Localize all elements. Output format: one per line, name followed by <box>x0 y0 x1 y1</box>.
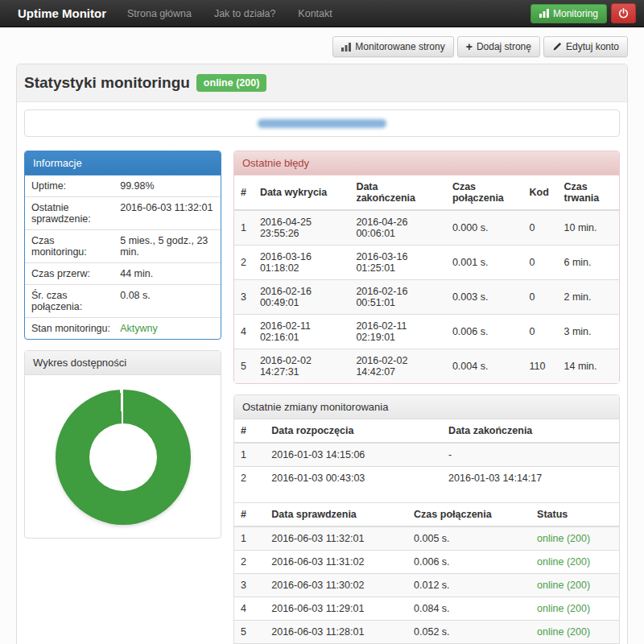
table-cell: 2016-02-02 14:42:07 <box>349 349 446 384</box>
monitored-url-box <box>24 109 620 137</box>
nav-item-how-it-works[interactable]: Jak to działa? <box>203 8 287 19</box>
table-cell: 3 <box>234 574 265 597</box>
table-cell: 2016-06-03 11:29:01 <box>265 597 407 621</box>
power-icon <box>618 8 629 19</box>
pencil-icon <box>552 42 562 52</box>
table-cell: 1 <box>234 443 265 467</box>
col-header: Czas połączenia <box>446 175 523 210</box>
table-cell: 2016-04-25 23:55:26 <box>254 210 350 246</box>
table-cell: 2016-01-03 14:14:17 <box>442 467 619 490</box>
checks-table-header: # Data sprawdzenia Czas połączenia Statu… <box>234 503 619 527</box>
table-cell: 0.006 s. <box>446 315 523 349</box>
table-cell: online (200) <box>530 574 619 597</box>
availability-chart-body <box>25 375 221 538</box>
changes-table-header: # Data rozpoczęcia Data zakończenia <box>234 419 619 443</box>
table-cell: 0.005 s. <box>407 526 530 551</box>
table-cell: 2016-06-03 11:32:01 <box>265 526 407 551</box>
table-cell: 0 <box>522 315 557 349</box>
table-cell: 6 min. <box>558 246 620 280</box>
col-header: Czas trwania <box>558 175 620 210</box>
col-header: Data zakończenia <box>442 419 619 443</box>
table-cell: 0.006 s. <box>407 551 530 574</box>
info-panel: Informacje Uptime: 99.98% Ostatnie spraw… <box>24 151 221 340</box>
table-cell: 1 <box>234 210 254 246</box>
table-row: 42016-02-11 02:16:012016-02-11 02:19:010… <box>234 315 619 349</box>
info-row-uptime: Uptime: 99.98% <box>25 175 221 196</box>
monitoring-button[interactable]: Monitoring <box>530 4 607 23</box>
logout-button[interactable] <box>611 3 636 23</box>
table-cell: 2016-02-11 02:19:01 <box>349 315 446 349</box>
left-column: Informacje Uptime: 99.98% Ostatnie spraw… <box>24 151 221 549</box>
info-label: Stan monitoringu: <box>25 318 117 339</box>
table-row: 12016-04-25 23:55:262016-04-26 00:06:010… <box>234 210 619 246</box>
info-panel-body: Uptime: 99.98% Ostatnie sprawdzenie: 201… <box>25 175 221 339</box>
table-cell: 0.003 s. <box>446 280 523 315</box>
add-site-button[interactable]: + Dodaj stronę <box>457 36 540 57</box>
table-cell: 4 <box>234 597 265 621</box>
errors-panel-heading: Ostatnie błędy <box>234 151 619 175</box>
nav-item-home[interactable]: Strona główna <box>116 8 203 19</box>
card-body: Informacje Uptime: 99.98% Ostatnie spraw… <box>17 102 627 644</box>
table-cell: 2016-03-16 01:18:02 <box>254 246 350 280</box>
monitored-sites-label: Monitorowane strony <box>355 42 444 52</box>
table-cell: 2016-04-26 00:06:01 <box>349 210 446 246</box>
table-cell: online (200) <box>530 526 619 551</box>
table-cell: 3 <box>234 280 254 315</box>
table-row: 32016-02-16 00:49:012016-02-16 00:51:010… <box>234 280 619 315</box>
table-cell: online (200) <box>530 621 619 644</box>
table-cell: 2016-02-16 00:51:01 <box>349 280 446 315</box>
col-header: Data zakończenia <box>349 175 446 210</box>
table-cell: 1 <box>234 526 265 551</box>
table-cell: 2016-01-03 14:15:06 <box>265 443 442 467</box>
info-value: 44 min. <box>117 263 221 284</box>
plus-icon: + <box>466 43 473 51</box>
info-row-downtime: Czas przerw: 44 min. <box>25 262 221 284</box>
table-cell: 3 min. <box>558 315 620 349</box>
table-cell: 0.001 s. <box>446 246 523 280</box>
bar-chart-icon <box>341 43 351 52</box>
table-cell: 0 <box>522 210 557 246</box>
edit-account-label: Edytuj konto <box>566 42 619 52</box>
table-cell: 14 min. <box>558 349 620 384</box>
errors-table-body: 12016-04-25 23:55:262016-04-26 00:06:010… <box>234 210 619 383</box>
table-cell: 0.012 s. <box>407 574 530 597</box>
col-header: Data wykrycia <box>254 175 350 210</box>
table-row: 52016-02-02 14:27:312016-02-02 14:42:070… <box>234 349 619 384</box>
availability-chart-panel: Wykres dostępności <box>24 350 221 539</box>
edit-account-button[interactable]: Edytuj konto <box>543 36 628 57</box>
col-header: # <box>234 503 265 527</box>
nav-item-contact[interactable]: Kontakt <box>287 8 343 19</box>
monitored-sites-button[interactable]: Monitorowane strony <box>332 36 453 57</box>
table-cell: 0 <box>522 280 557 315</box>
info-value-active: Aktywny <box>117 318 221 339</box>
info-label: Śr. czas połączenia: <box>25 285 117 317</box>
col-header: Kod <box>522 175 557 210</box>
checks-table-body: 12016-06-03 11:32:010.005 s.online (200)… <box>234 526 619 644</box>
table-cell: 10 min. <box>558 210 620 246</box>
changes-table-body: 12016-01-03 14:15:06-22016-01-03 00:43:0… <box>234 443 619 489</box>
page-title: Statystyki monitoringu <box>24 74 190 92</box>
table-cell: 2016-06-03 11:28:01 <box>265 621 407 644</box>
info-value: 99.98% <box>117 175 221 196</box>
errors-table: # Data wykrycia Data zakończenia Czas po… <box>234 175 619 383</box>
brand-logo[interactable]: Uptime Monitor <box>8 6 116 20</box>
col-header: Czas połączenia <box>407 503 530 527</box>
table-row: 52016-06-03 11:28:010.052 s.online (200) <box>234 621 619 644</box>
table-cell: 2 <box>234 246 254 280</box>
table-cell: 0.052 s. <box>407 621 530 644</box>
table-cell: 4 <box>234 315 254 349</box>
table-row: 12016-06-03 11:32:010.005 s.online (200) <box>234 526 619 551</box>
info-label: Czas monitoringu: <box>25 230 117 262</box>
table-cell: 2 <box>234 551 265 574</box>
info-row-monitoring-time: Czas monitoringu: 5 mies., 5 godz., 23 m… <box>25 229 221 262</box>
table-cell: online (200) <box>530 551 619 574</box>
table-cell: 0 <box>522 246 557 280</box>
status-badge: online (200) <box>196 74 266 92</box>
info-label: Uptime: <box>25 175 117 196</box>
page-toolbar: Monitorowane strony + Dodaj stronę Edytu… <box>16 36 628 57</box>
table-cell: 5 <box>234 621 265 644</box>
changes-panel-heading: Ostatnie zmiany monitorowania <box>234 395 619 419</box>
table-row: 22016-03-16 01:18:022016-03-16 01:25:010… <box>234 246 619 280</box>
table-cell: 2016-06-03 11:31:02 <box>265 551 407 574</box>
monitored-url-link-redacted[interactable] <box>258 119 386 128</box>
